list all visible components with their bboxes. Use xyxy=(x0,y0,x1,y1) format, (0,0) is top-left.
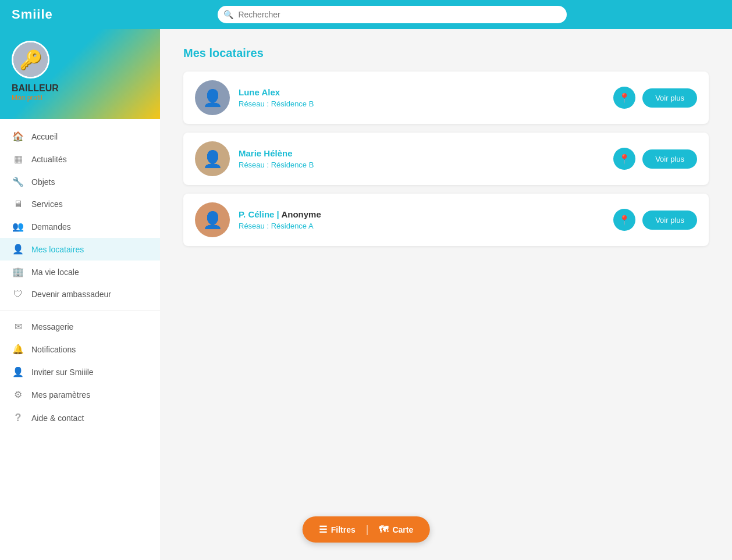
sidebar-item-mes-locataires[interactable]: 👤 Mes locataires xyxy=(0,238,160,261)
sidebar-item-label: Inviter sur Smiiile xyxy=(31,368,94,377)
location-button-2[interactable]: 📍 xyxy=(613,148,635,170)
sidebar-item-demandes[interactable]: 👥 Demandes xyxy=(0,215,160,238)
sidebar-item-services[interactable]: 🖥 Services xyxy=(0,193,160,215)
tenant-name-1: Lune Alex xyxy=(239,87,613,97)
search-input[interactable] xyxy=(218,6,567,23)
sidebar-item-label: Mes paramètres xyxy=(31,390,90,400)
nav-divider-1 xyxy=(0,310,160,311)
avatar-image-3: 👤 xyxy=(195,202,230,237)
sidebar-item-objets[interactable]: 🔧 Objets xyxy=(0,170,160,193)
sidebar-item-label: Services xyxy=(31,199,63,209)
tenant-avatar-2: 👤 xyxy=(195,141,230,176)
gear-icon: ⚙ xyxy=(12,389,24,400)
page-title: Mes locataires xyxy=(183,47,709,60)
sidebar-item-label: Messagerie xyxy=(31,322,73,331)
location-button-1[interactable]: 📍 xyxy=(613,87,635,109)
tenant-actions-1: 📍 Voir plus xyxy=(613,87,697,109)
tenant-name-3: P. Céline | Anonyme xyxy=(239,209,613,219)
tenant-actions-2: 📍 Voir plus xyxy=(613,148,697,170)
server-icon: 🖥 xyxy=(12,199,24,209)
building-icon: 🏢 xyxy=(12,266,24,277)
location-icon: 📍 xyxy=(619,154,630,165)
sidebar-item-inviter[interactable]: 👤 Inviter sur Smiiile xyxy=(0,361,160,383)
tenant-info-1: Lune Alex Réseau : Résidence B xyxy=(239,87,613,108)
voir-plus-button-3[interactable]: Voir plus xyxy=(642,211,697,230)
users-icon: 👥 xyxy=(12,221,24,232)
sidebar-item-messagerie[interactable]: ✉ Messagerie xyxy=(0,315,160,338)
filtres-label: Filtres xyxy=(331,525,356,534)
avatar-image-1: 👤 xyxy=(195,80,230,115)
sidebar-item-ma-vie-locale[interactable]: 🏢 Ma vie locale xyxy=(0,261,160,283)
tenant-network-1: Réseau : Résidence B xyxy=(239,99,613,108)
search-icon: 🔍 xyxy=(223,10,233,19)
sidebar-item-label: Demandes xyxy=(31,222,71,231)
logo: Smiile xyxy=(12,7,53,22)
envelope-icon: ✉ xyxy=(12,321,24,332)
sidebar-item-actualites[interactable]: ▦ Actualités xyxy=(0,148,160,170)
person-plus-icon: 👤 xyxy=(12,366,24,377)
tenant-actions-3: 📍 Voir plus xyxy=(613,209,697,231)
sidebar-item-aide[interactable]: ? Aide & contact xyxy=(0,406,160,430)
sidebar-item-notifications[interactable]: 🔔 Notifications xyxy=(0,338,160,361)
avatar-image: 🔑 xyxy=(13,42,48,77)
profile-name: BAILLEUR xyxy=(12,83,148,94)
sidebar-item-label: Objets xyxy=(31,177,55,187)
sidebar-item-devenir-ambassadeur[interactable]: 🛡 Devenir ambassadeur xyxy=(0,283,160,305)
profile-link[interactable]: Mon profil xyxy=(12,94,148,102)
bottom-divider: | xyxy=(366,523,369,536)
sidebar: 🔑 BAILLEUR Mon profil 🏠 Accueil ▦ Actual… xyxy=(0,29,160,560)
filtres-button[interactable]: ☰ Filtres xyxy=(319,524,356,535)
bell-icon: 🔔 xyxy=(12,344,24,355)
question-icon: ? xyxy=(12,412,24,424)
tenant-info-2: Marie Hélène Réseau : Résidence B xyxy=(239,148,613,169)
avatar: 🔑 xyxy=(12,41,49,79)
tenant-card: 👤 Marie Hélène Réseau : Résidence B 📍 Vo… xyxy=(183,133,709,185)
tenant-network-2: Réseau : Résidence B xyxy=(239,160,613,169)
tenant-network-3: Réseau : Résidence A xyxy=(239,222,613,230)
sidebar-item-label: Notifications xyxy=(31,345,76,354)
carte-label: Carte xyxy=(392,525,413,534)
shield-icon: 🛡 xyxy=(12,289,24,299)
location-button-3[interactable]: 📍 xyxy=(613,209,635,231)
tools-icon: 🔧 xyxy=(12,176,24,187)
bottom-bar: ☰ Filtres | 🗺 Carte xyxy=(303,516,430,543)
voir-plus-button-1[interactable]: Voir plus xyxy=(642,88,697,108)
sidebar-profile: 🔑 BAILLEUR Mon profil xyxy=(0,29,160,119)
tenant-card: 👤 P. Céline | Anonyme Réseau : Résidence… xyxy=(183,194,709,246)
sidebar-item-label: Actualités xyxy=(31,155,67,164)
main-layout: 🔑 BAILLEUR Mon profil 🏠 Accueil ▦ Actual… xyxy=(0,29,732,560)
tenant-avatar-3: 👤 xyxy=(195,202,230,237)
carte-button[interactable]: 🗺 Carte xyxy=(379,525,413,535)
voir-plus-button-2[interactable]: Voir plus xyxy=(642,149,697,169)
tenant-name-2: Marie Hélène xyxy=(239,148,613,158)
grid-icon: ▦ xyxy=(12,154,24,165)
sidebar-item-parametres[interactable]: ⚙ Mes paramètres xyxy=(0,383,160,406)
sidebar-nav: 🏠 Accueil ▦ Actualités 🔧 Objets 🖥 Servic… xyxy=(0,119,160,436)
sidebar-item-label: Ma vie locale xyxy=(31,267,79,277)
sidebar-item-label: Aide & contact xyxy=(31,413,84,423)
location-icon: 📍 xyxy=(619,92,630,104)
location-icon: 📍 xyxy=(619,215,630,226)
filter-icon: ☰ xyxy=(319,524,327,535)
house-icon: 🏠 xyxy=(12,131,24,142)
sidebar-item-label: Accueil xyxy=(31,132,58,141)
sidebar-item-label: Devenir ambassadeur xyxy=(31,290,111,299)
tenant-info-3: P. Céline | Anonyme Réseau : Résidence A xyxy=(239,209,613,230)
header: Smiile 🔍 xyxy=(0,0,732,29)
avatar-image-2: 👤 xyxy=(195,141,230,176)
sidebar-item-label: Mes locataires xyxy=(31,245,84,254)
content-area: Mes locataires 👤 Lune Alex Réseau : Rési… xyxy=(160,29,732,560)
map-icon: 🗺 xyxy=(379,525,388,535)
sidebar-item-accueil[interactable]: 🏠 Accueil xyxy=(0,125,160,148)
search-bar: 🔍 xyxy=(218,6,567,23)
tenant-avatar-1: 👤 xyxy=(195,80,230,115)
tenant-card: 👤 Lune Alex Réseau : Résidence B 📍 Voir … xyxy=(183,72,709,124)
people-icon: 👤 xyxy=(12,244,24,255)
